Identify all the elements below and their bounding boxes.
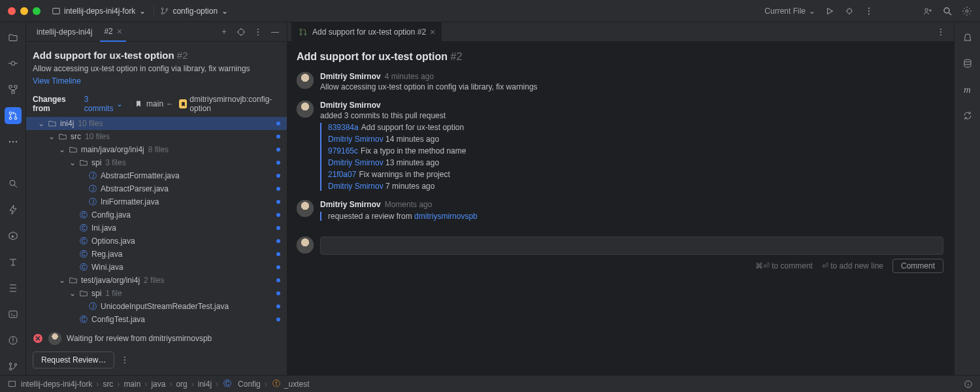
editor-panel: Add support for ux-test option #2 × Add … <box>287 22 954 375</box>
add-icon[interactable]: ＋ <box>219 27 229 37</box>
tab-pr[interactable]: #2 × <box>100 22 126 42</box>
tree-folder[interactable]: ⌄spi1 file <box>26 287 287 300</box>
code-with-me-icon[interactable] <box>923 6 933 16</box>
view-timeline-link[interactable]: View Timeline <box>33 76 81 86</box>
actions-tool-icon[interactable] <box>5 201 22 218</box>
database-icon[interactable] <box>959 55 976 72</box>
pull-requests-tool-icon[interactable] <box>5 107 22 124</box>
status-info-icon[interactable] <box>963 379 973 389</box>
project-tool-icon[interactable] <box>5 29 22 46</box>
modified-dot <box>276 161 280 165</box>
run-config-selector[interactable]: Current File <box>764 7 815 16</box>
minimize-window[interactable] <box>20 7 28 15</box>
modified-dot <box>276 239 280 243</box>
author-avatar <box>297 101 314 118</box>
svg-point-30 <box>257 34 259 35</box>
minimize-icon[interactable]: — <box>270 27 280 37</box>
svg-point-36 <box>300 33 302 35</box>
tree-file[interactable]: ⒿUnicodeInputStreamReaderTest.java <box>26 300 287 313</box>
head-branch-chip[interactable]: dmitriysmirnovjb:config-option <box>179 95 280 113</box>
review-status-text: Waiting for review from dmitriysmirnovsp… <box>67 334 212 343</box>
tree-file[interactable]: ⒸReg.java <box>26 248 287 261</box>
tree-file[interactable]: ⒿAbstractFormatter.java <box>26 169 287 182</box>
services-tool-icon[interactable] <box>5 227 22 244</box>
breadcrumb-item[interactable]: java <box>151 380 165 389</box>
run-config-label: Current File <box>764 7 806 16</box>
svg-point-6 <box>868 10 870 11</box>
problems-tool-icon[interactable] <box>5 332 22 349</box>
more-icon[interactable] <box>936 27 946 37</box>
refresh-icon[interactable] <box>959 107 976 124</box>
branch-selector[interactable]: config-option <box>170 5 231 18</box>
settings-icon[interactable] <box>962 6 972 16</box>
base-branch-chip[interactable]: main ← <box>133 99 174 109</box>
close-window[interactable] <box>8 7 16 15</box>
breadcrumb-item[interactable]: src <box>103 380 113 389</box>
terminal-tool-icon[interactable] <box>5 306 22 323</box>
commit-entry[interactable]: 979165cFix a typo in the method name <box>328 146 943 155</box>
git-tool-icon[interactable] <box>5 358 22 375</box>
modified-dot <box>276 226 280 230</box>
class-file-icon: Ⓒ <box>78 236 89 246</box>
comment-button[interactable]: Comment <box>892 259 943 273</box>
tree-folder[interactable]: ⌄ini4j10 files <box>26 117 287 130</box>
run-icon[interactable] <box>825 6 835 16</box>
modified-dot <box>276 187 280 191</box>
class-file-icon: Ⓒ <box>78 314 89 325</box>
svg-point-37 <box>304 33 306 35</box>
more-icon[interactable] <box>120 355 130 365</box>
commit-entry[interactable]: 839384aAdd support for ux-test option <box>328 123 943 132</box>
tab-repo[interactable]: intellij-deps-ini4j <box>33 22 96 42</box>
tree-file[interactable]: ⒸWini.java <box>26 261 287 274</box>
target-icon[interactable] <box>236 27 246 37</box>
zoom-window[interactable] <box>33 7 41 15</box>
more-tools-icon[interactable] <box>5 133 22 150</box>
breadcrumb-item[interactable]: ⓕ_uxtest <box>271 379 310 389</box>
editor-tab[interactable]: Add support for ux-test option #2 × <box>291 22 442 42</box>
hint-submit: ⌘⏎ to comment <box>755 261 813 270</box>
bookmarks-tool-icon[interactable] <box>5 280 22 297</box>
tree-folder[interactable]: ⌄test/java/org/ini4j2 files <box>26 274 287 287</box>
breadcrumb-item[interactable]: main <box>123 380 140 389</box>
reviewer-link[interactable]: dmitriysmirnovspb <box>414 212 478 221</box>
more-icon[interactable] <box>253 27 263 37</box>
tree-file[interactable]: ⒿIniFormatter.java <box>26 195 287 208</box>
comment-input[interactable] <box>320 237 943 255</box>
tree-file[interactable]: ⒸConfigTest.java <box>26 313 287 325</box>
svg-point-11 <box>11 61 15 65</box>
svg-rect-42 <box>8 381 15 386</box>
structure-tool-icon[interactable] <box>5 81 22 98</box>
maven-icon[interactable]: m <box>959 81 976 98</box>
more-icon[interactable] <box>864 6 874 16</box>
debug-icon[interactable] <box>844 6 855 16</box>
tree-folder[interactable]: ⌄src10 files <box>26 130 287 143</box>
project-selector[interactable]: intellij-deps-ini4j-fork <box>61 5 148 18</box>
file-tree[interactable]: ⌄ini4j10 files ⌄src10 files ⌄main/java/o… <box>26 117 287 325</box>
tree-folder[interactable]: ⌄main/java/org/ini4j8 files <box>26 143 287 156</box>
request-review-button[interactable]: Request Review… <box>33 351 114 368</box>
find-tool-icon[interactable] <box>5 175 22 192</box>
breadcrumb-item[interactable]: org <box>176 380 187 389</box>
tree-file[interactable]: ⒸIni.java <box>26 221 287 235</box>
commit-entry[interactable]: 21f0a07Fix warnings in the project <box>328 170 943 179</box>
tree-folder[interactable]: ⌄spi3 files <box>26 156 287 169</box>
review-request-line: requested a review from dmitriysmirnovsp… <box>320 212 943 221</box>
svg-point-9 <box>944 8 949 13</box>
typography-tool-icon[interactable] <box>5 253 22 270</box>
close-icon[interactable]: × <box>430 27 435 37</box>
commit-meta: Dmitriy Smirnov 14 minutes ago <box>328 135 943 144</box>
search-icon[interactable] <box>942 6 953 16</box>
tree-file[interactable]: ⒸConfig.java <box>26 208 287 221</box>
tree-file[interactable]: ⒿAbstractParser.java <box>26 182 287 195</box>
commit-tool-icon[interactable] <box>5 55 22 72</box>
breadcrumb-item[interactable]: ini4j <box>198 380 212 389</box>
breadcrumb-item[interactable]: ⒸConfig <box>222 379 261 389</box>
commits-dropdown[interactable]: 3 commits <box>84 95 123 113</box>
breadcrumb-item[interactable]: intellij-deps-ini4j-fork <box>21 380 92 389</box>
svg-point-29 <box>257 31 259 33</box>
tree-file[interactable]: ⒸOptions.java <box>26 235 287 248</box>
close-icon[interactable]: × <box>117 27 122 36</box>
folder-icon <box>78 288 89 299</box>
module-icon <box>7 379 17 389</box>
notifications-icon[interactable] <box>959 29 976 46</box>
